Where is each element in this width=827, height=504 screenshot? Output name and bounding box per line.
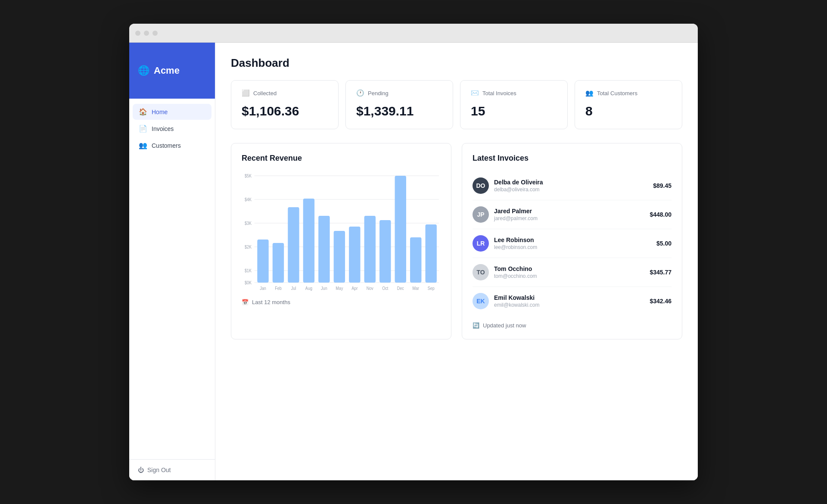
svg-rect-14 [288, 207, 299, 283]
invoice-amount: $342.46 [650, 298, 672, 305]
svg-text:Feb: Feb [275, 286, 282, 291]
invoice-item: EK Emil Kowalski emil@kowalski.com $342.… [473, 287, 672, 315]
svg-text:$3K: $3K [245, 221, 252, 226]
calendar-icon: 📅 [242, 299, 249, 305]
invoice-amount: $89.45 [653, 182, 672, 189]
invoice-name: Emil Kowalski [494, 294, 644, 301]
stat-header-pending: 🕐 Pending [356, 89, 442, 97]
home-icon: 🏠 [139, 108, 147, 116]
svg-text:Oct: Oct [382, 286, 388, 291]
avatar: LR [473, 235, 489, 252]
svg-text:$1K: $1K [245, 268, 252, 273]
customers-icon: 👥 [139, 141, 147, 149]
invoices-title: Latest Invoices [473, 154, 672, 163]
invoice-amount: $345.77 [650, 269, 672, 276]
invoice-item: LR Lee Robinson lee@robinson.com $5.00 [473, 229, 672, 258]
svg-text:Jun: Jun [321, 286, 327, 291]
svg-text:$2K: $2K [245, 244, 252, 249]
total-customers-label: Total Customers [597, 90, 637, 96]
stat-header-total-customers: 👥 Total Customers [585, 89, 672, 97]
invoice-email: jared@palmer.com [494, 215, 644, 221]
chart-footer: 📅 Last 12 months [242, 299, 441, 305]
chart-title: Recent Revenue [242, 154, 441, 163]
total-customers-icon: 👥 [585, 89, 594, 97]
svg-rect-23 [426, 224, 437, 283]
sidebar-item-invoices-label: Invoices [152, 125, 174, 132]
avatar: DO [473, 177, 489, 194]
invoice-name: Lee Robinson [494, 236, 651, 243]
collected-value: $1,106.36 [242, 104, 328, 118]
sign-out-icon: ⏻ [138, 467, 144, 473]
sign-out-label: Sign Out [147, 467, 171, 473]
invoice-email: emil@kowalski.com [494, 302, 644, 308]
invoice-amount: $5.00 [656, 240, 672, 247]
stat-card-total-customers: 👥 Total Customers 8 [575, 80, 682, 129]
invoice-amount: $448.00 [650, 211, 672, 218]
stats-grid: ⬜ Collected $1,106.36 🕐 Pending $1,339.1… [231, 80, 682, 129]
stat-card-pending: 🕐 Pending $1,339.11 [345, 80, 453, 129]
svg-text:$5K: $5K [245, 173, 252, 178]
stat-card-collected: ⬜ Collected $1,106.36 [231, 80, 339, 129]
total-invoices-value: 15 [471, 104, 557, 118]
app-window: 🌐 Acme 🏠 Home 📄 Invoices 👥 Customers [129, 24, 698, 480]
svg-rect-20 [379, 220, 391, 283]
sidebar-item-home-label: Home [152, 109, 168, 115]
svg-rect-22 [410, 237, 421, 283]
invoice-info: Jared Palmer jared@palmer.com [494, 208, 644, 221]
invoice-item: TO Tom Occhino tom@occhino.com $345.77 [473, 258, 672, 287]
sidebar-item-customers[interactable]: 👥 Customers [133, 137, 211, 153]
collected-icon: ⬜ [242, 89, 250, 97]
svg-text:Jul: Jul [291, 286, 296, 291]
svg-rect-15 [303, 199, 314, 283]
invoice-name: Delba de Oliveira [494, 179, 648, 186]
sidebar-item-customers-label: Customers [152, 142, 181, 149]
stat-header-collected: ⬜ Collected [242, 89, 328, 97]
chart-footer-label: Last 12 months [252, 299, 290, 305]
svg-rect-18 [349, 227, 360, 283]
invoice-email: delba@oliveira.com [494, 187, 648, 193]
maximize-dot [152, 31, 158, 36]
pending-value: $1,339.11 [356, 104, 442, 118]
total-invoices-label: Total Invoices [482, 90, 516, 96]
invoices-footer-label: Updated just now [483, 322, 526, 329]
chart-card: Recent Revenue $5K $4K $3K $2K $1K $0K [231, 143, 451, 339]
pending-label: Pending [368, 90, 389, 96]
sidebar-item-invoices[interactable]: 📄 Invoices [133, 121, 211, 137]
sidebar-item-home[interactable]: 🏠 Home [133, 104, 211, 120]
sidebar-footer: ⏻ Sign Out [129, 459, 215, 480]
svg-text:Aug: Aug [305, 286, 312, 291]
close-dot [135, 31, 140, 36]
svg-text:Dec: Dec [397, 286, 404, 291]
invoice-info: Delba de Oliveira delba@oliveira.com [494, 179, 648, 193]
avatar: EK [473, 293, 489, 309]
svg-text:Apr: Apr [351, 286, 358, 291]
app-container: 🌐 Acme 🏠 Home 📄 Invoices 👥 Customers [129, 43, 698, 480]
invoice-info: Lee Robinson lee@robinson.com [494, 236, 651, 250]
svg-text:Sep: Sep [428, 286, 435, 291]
invoice-info: Emil Kowalski emil@kowalski.com [494, 294, 644, 308]
invoice-list: DO Delba de Oliveira delba@oliveira.com … [473, 171, 672, 315]
svg-rect-17 [334, 231, 345, 283]
invoice-item: DO Delba de Oliveira delba@oliveira.com … [473, 171, 672, 200]
bottom-section: Recent Revenue $5K $4K $3K $2K $1K $0K [231, 143, 682, 339]
minimize-dot [144, 31, 149, 36]
main-content: Dashboard ⬜ Collected $1,106.36 🕐 Pendin… [215, 43, 698, 480]
svg-rect-19 [364, 216, 376, 283]
svg-rect-16 [318, 216, 330, 283]
svg-text:Jan: Jan [260, 286, 266, 291]
revenue-chart: $5K $4K $3K $2K $1K $0K [242, 171, 441, 292]
invoice-name: Tom Occhino [494, 265, 644, 272]
invoice-info: Tom Occhino tom@occhino.com [494, 265, 644, 279]
invoices-icon: 📄 [139, 124, 147, 133]
refresh-icon: 🔄 [473, 322, 479, 329]
total-customers-value: 8 [585, 104, 672, 118]
sidebar-nav: 🏠 Home 📄 Invoices 👥 Customers [129, 99, 215, 459]
svg-text:May: May [336, 286, 343, 291]
svg-rect-13 [273, 243, 284, 283]
sidebar: 🌐 Acme 🏠 Home 📄 Invoices 👥 Customers [129, 43, 215, 480]
chart-container: $5K $4K $3K $2K $1K $0K [242, 171, 441, 292]
stat-header-total-invoices: ✉️ Total Invoices [471, 89, 557, 97]
pending-icon: 🕐 [356, 89, 364, 97]
sign-out-button[interactable]: ⏻ Sign Out [138, 467, 206, 473]
stat-card-total-invoices: ✉️ Total Invoices 15 [460, 80, 568, 129]
